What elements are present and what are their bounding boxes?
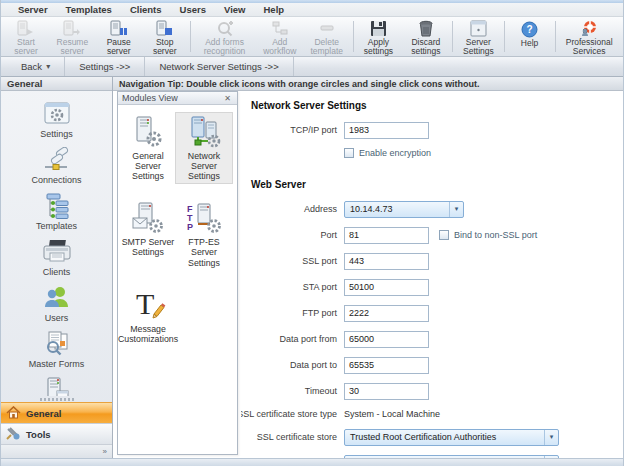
sidebar-item-label: Connections	[31, 175, 81, 185]
accordion-tab-tools[interactable]: Tools	[1, 423, 112, 444]
ssl-port-row: SSL port 443	[241, 248, 623, 274]
trash-icon	[416, 20, 436, 37]
data-port-to-label: Data port to	[290, 360, 337, 370]
sidebar-group-header: General	[1, 77, 112, 91]
sidebar-item-log[interactable]: Log	[11, 373, 103, 396]
tile-label: General Server Settings	[121, 151, 175, 181]
menu-users[interactable]: Users	[171, 4, 215, 15]
workflow-icon	[270, 20, 290, 37]
port-input[interactable]: 81	[344, 227, 429, 244]
apply-settings-label: Apply settings	[358, 38, 398, 56]
breadcrumb-network-label: Network Server Settings ->>	[159, 61, 278, 72]
tile-ftp-es-server-settings[interactable]: FTP FTP-ES Server Settings	[176, 199, 232, 269]
sta-port-row: STA port 50100	[241, 274, 623, 300]
help-button[interactable]: ? Help	[507, 18, 553, 55]
menu-help[interactable]: Help	[254, 4, 293, 15]
svg-text:?: ?	[527, 24, 533, 35]
breadcrumb-settings[interactable]: Settings ->>	[65, 57, 145, 76]
master-forms-icon	[42, 330, 72, 358]
settings-form: Network Server Settings TCP/IP port 1983…	[241, 91, 623, 458]
modules-view-title: Modules View	[122, 93, 222, 103]
bind-non-ssl-checkbox[interactable]	[439, 230, 449, 240]
tile-label: Network Server Settings	[177, 151, 231, 181]
message-customizations-icon: T	[128, 288, 168, 322]
users-icon	[42, 284, 72, 312]
general-server-settings-icon	[128, 115, 168, 149]
stop-server-label: Stop server	[145, 38, 185, 56]
discard-settings-label: Discard settings	[404, 38, 447, 56]
data-port-to-input[interactable]: 65535	[344, 357, 429, 374]
timeout-label: Timeout	[305, 386, 337, 396]
chevron-more-icon[interactable]: »	[103, 447, 107, 456]
accordion-tab-general[interactable]: General	[1, 402, 112, 423]
accordion-tools-label: Tools	[26, 429, 51, 440]
tile-general-server-settings[interactable]: General Server Settings	[120, 113, 176, 183]
forms-recognition-icon	[215, 20, 235, 37]
tcpip-port-row: TCP/IP port 1983	[241, 117, 623, 143]
resume-server-button: Resume server	[49, 18, 96, 55]
back-button[interactable]: Back ▾	[7, 57, 65, 76]
bind-non-ssl-label: Bind to non-SSL port	[454, 230, 537, 240]
window-gear-icon	[468, 20, 488, 37]
sidebar-item-label: Templates	[36, 221, 77, 231]
menu-clients[interactable]: Clients	[121, 4, 171, 15]
chevron-down-icon[interactable]: ▾	[449, 202, 463, 217]
add-workflow-button: Add workflow	[257, 18, 303, 55]
home-icon	[6, 406, 21, 421]
left-sidebar: General Settings Connections	[1, 77, 113, 458]
sidebar-overflow-strip: »	[1, 444, 112, 458]
address-combobox[interactable]: 10.14.4.73 ▾	[344, 201, 464, 218]
menu-templates[interactable]: Templates	[57, 4, 121, 15]
sidebar-item-label: Master Forms	[29, 359, 85, 369]
data-port-from-input[interactable]: 65000	[344, 331, 429, 348]
sta-port-input[interactable]: 50100	[344, 279, 429, 296]
resume-server-label: Resume server	[52, 38, 93, 56]
timeout-input[interactable]: 30	[344, 383, 429, 400]
tcpip-port-input[interactable]: 1983	[344, 122, 429, 139]
server-start-icon	[16, 20, 36, 37]
sidebar-item-clients[interactable]: Clients	[11, 235, 103, 281]
sidebar-item-master-forms[interactable]: Master Forms	[11, 327, 103, 373]
pause-server-label: Pause server	[99, 38, 139, 56]
menu-server[interactable]: Server	[9, 4, 57, 15]
server-settings-button[interactable]: Server Settings	[455, 18, 502, 55]
ftp-es-server-settings-icon: FTP	[184, 201, 224, 235]
section-heading-web-server: Web Server	[251, 179, 623, 190]
start-server-label: Start server	[6, 38, 46, 56]
sidebar-item-templates[interactable]: Templates	[11, 189, 103, 235]
address-row: Address 10.14.4.73 ▾	[241, 196, 623, 222]
tile-smtp-server-settings[interactable]: SMTP Server Settings	[120, 199, 176, 269]
sidebar-item-connections[interactable]: Connections	[11, 143, 103, 189]
chevron-down-icon[interactable]: ▾	[544, 430, 558, 445]
sidebar-item-users[interactable]: Users	[11, 281, 103, 327]
apply-settings-button[interactable]: Apply settings	[355, 18, 401, 55]
toolbar-separator	[452, 21, 453, 52]
pause-server-button[interactable]: Pause server	[96, 18, 142, 55]
discard-settings-button[interactable]: Discard settings	[401, 18, 450, 55]
template-tree-icon	[42, 192, 72, 220]
start-server-button: Start server	[3, 18, 49, 55]
professional-services-button[interactable]: Professional Services	[557, 18, 621, 55]
breadcrumb-network-server-settings[interactable]: Network Server Settings ->>	[145, 57, 293, 76]
close-icon[interactable]: ✕	[222, 94, 233, 103]
tile-message-customizations[interactable]: T Message Customizations	[120, 286, 176, 346]
toolbar-separator	[555, 21, 556, 52]
cert-store-combobox[interactable]: Trusted Root Certification Authorities ▾	[344, 429, 559, 446]
breadcrumb: Back ▾ Settings ->> Network Server Setti…	[1, 57, 623, 77]
sidebar-item-settings[interactable]: Settings	[11, 97, 103, 143]
enable-encryption-checkbox[interactable]	[344, 148, 354, 158]
menu-view[interactable]: View	[215, 4, 254, 15]
cert-store-type-value: System - Local Machine	[344, 409, 440, 419]
ssl-certificate-row: SSL certificate TMQPRG-TMYQT3.myq.cz ▾ *	[241, 450, 623, 458]
section-heading-network-server-settings: Network Server Settings	[251, 100, 623, 111]
add-workflow-label: Add workflow	[260, 38, 300, 56]
server-pause-icon	[109, 20, 129, 37]
tile-network-server-settings[interactable]: Network Server Settings	[176, 113, 232, 183]
ftp-port-input[interactable]: 2222	[344, 305, 429, 322]
toolbar-separator	[353, 21, 354, 52]
add-forms-recognition-label: Add forms recognition	[195, 38, 253, 56]
ssl-port-input[interactable]: 443	[344, 253, 429, 270]
tile-label: SMTP Server Settings	[121, 237, 175, 257]
toolbar: Start server Resume server Pause server …	[1, 17, 623, 57]
stop-server-button[interactable]: Stop server	[142, 18, 188, 55]
